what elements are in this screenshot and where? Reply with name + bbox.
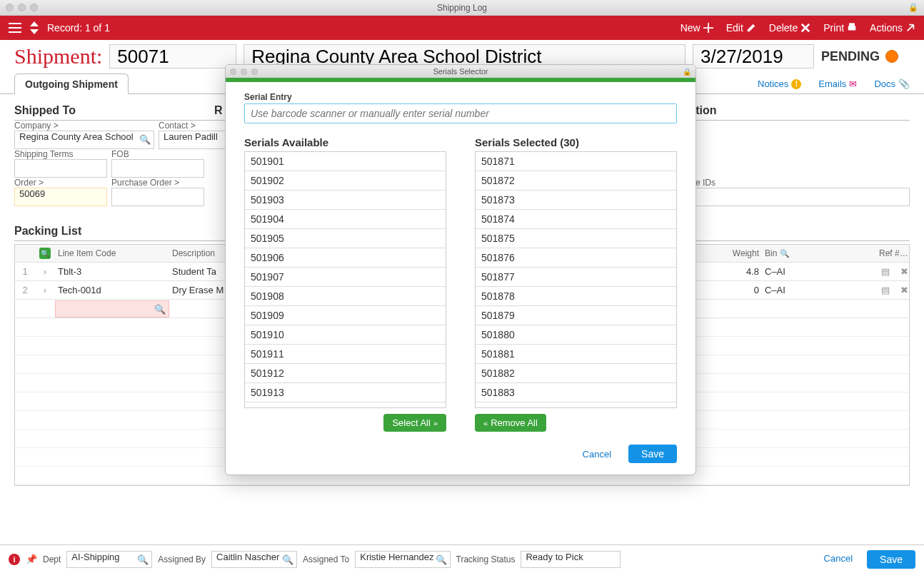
delete-row-icon[interactable]: ✖: [895, 266, 913, 277]
shipment-number-field[interactable]: [109, 44, 236, 69]
barcode-icon[interactable]: ▤: [876, 285, 895, 295]
serial-item[interactable]: 501883: [476, 383, 676, 402]
assigned-to-label: Assigned To: [303, 554, 349, 564]
search-icon[interactable]: 🔍: [282, 554, 293, 565]
assigned-by-field[interactable]: Caitlin Nascher🔍: [211, 551, 297, 568]
ids-field[interactable]: [695, 188, 910, 206]
search-icon[interactable]: 🔍: [139, 134, 151, 145]
serial-item[interactable]: 501876: [476, 248, 676, 268]
serial-item[interactable]: 501875: [476, 229, 676, 248]
footer-save-button[interactable]: Save: [867, 550, 915, 569]
order-field[interactable]: 50069: [14, 188, 107, 206]
search-icon[interactable]: 🔍: [137, 554, 149, 565]
serial-item[interactable]: 501902: [245, 171, 446, 191]
po-field[interactable]: [111, 188, 204, 206]
link-notices[interactable]: Notices!: [758, 78, 801, 89]
company-field[interactable]: Regina County Area School🔍: [14, 131, 154, 149]
record-nav-icon[interactable]: [30, 21, 39, 34]
serial-item[interactable]: 501905: [245, 229, 446, 248]
fob-field[interactable]: [111, 159, 204, 178]
shipped-to-heading: Shipped To: [14, 104, 214, 117]
footer-cancel-button[interactable]: Cancel: [817, 550, 860, 569]
weight-cell: 0: [726, 285, 762, 295]
serial-item[interactable]: 501904: [245, 210, 446, 229]
serial-item[interactable]: 501909: [245, 306, 446, 325]
print-button[interactable]: Print: [823, 22, 857, 34]
search-icon: 🔍: [154, 304, 166, 315]
serial-item[interactable]: 501906: [245, 248, 446, 268]
serial-item[interactable]: 501871: [476, 152, 676, 171]
tab-outgoing-shipment[interactable]: Outgoing Shipment: [14, 73, 129, 94]
footer-bar: i 📌 Dept AI-Shipping🔍 Assigned By Caitli…: [0, 544, 924, 573]
fob-label: FOB: [111, 149, 204, 159]
delete-row-icon[interactable]: ✖: [895, 285, 913, 295]
serial-item[interactable]: 501907: [245, 268, 446, 287]
svg-rect-0: [9, 23, 21, 24]
tracking-status-label: Tracking Status: [456, 554, 516, 564]
new-button[interactable]: New: [681, 22, 713, 34]
chevron-right-icon[interactable]: ›: [35, 266, 55, 277]
menu-icon[interactable]: [9, 23, 21, 33]
shipping-terms-label: Shipping Terms: [14, 149, 107, 159]
search-icon[interactable]: 🔍: [436, 554, 447, 565]
serial-item[interactable]: 501880: [476, 325, 676, 345]
serial-item[interactable]: 501872: [476, 171, 676, 191]
search-icon[interactable]: 🔍: [780, 249, 790, 258]
serial-item[interactable]: 501908: [245, 287, 446, 306]
shipment-date-field[interactable]: [693, 44, 814, 69]
serials-selected-list[interactable]: 5018715018725018735018745018755018765018…: [475, 151, 677, 408]
serial-item[interactable]: 501873: [476, 191, 676, 210]
chevron-right-icon[interactable]: ›: [35, 285, 55, 295]
bin-cell: C–AI: [762, 285, 876, 295]
link-docs[interactable]: Docs📎: [874, 78, 910, 89]
lock-icon: 🔒: [683, 68, 691, 76]
mail-icon: ✉: [849, 78, 857, 89]
info-icon[interactable]: i: [9, 554, 20, 565]
serial-item[interactable]: 501879: [476, 306, 676, 325]
dept-field[interactable]: AI-Shipping🔍: [66, 551, 152, 568]
modal-save-button[interactable]: Save: [628, 445, 677, 463]
serial-item[interactable]: 501877: [476, 268, 676, 287]
modal-title: Serials Selector: [226, 67, 695, 76]
tracking-status-field[interactable]: Ready to Pick: [521, 551, 621, 568]
status-text: PENDING: [821, 49, 880, 64]
serial-item[interactable]: 501911: [245, 345, 446, 364]
serial-item[interactable]: 501874: [476, 210, 676, 229]
serial-entry-input[interactable]: [244, 103, 677, 123]
search-icon[interactable]: 🔍: [39, 248, 51, 259]
shipment-label: Shipment:: [14, 44, 102, 69]
assigned-to-field[interactable]: Kristie Hernandez🔍: [355, 551, 450, 568]
serial-item[interactable]: 501903: [245, 191, 446, 210]
modal-cancel-button[interactable]: Cancel: [576, 446, 618, 462]
serial-item[interactable]: 501881: [476, 345, 676, 364]
weight-cell: 4.8: [726, 266, 762, 277]
select-all-button[interactable]: Select All»: [383, 414, 446, 432]
serial-item[interactable]: 501910: [245, 325, 446, 345]
item-code-search-cell[interactable]: 🔍: [55, 300, 169, 318]
barcode-icon[interactable]: ▤: [876, 266, 895, 277]
contact-field[interactable]: Lauren Padill: [159, 131, 230, 149]
serials-available-list[interactable]: 5019015019025019035019045019055019065019…: [244, 151, 446, 408]
serial-item[interactable]: 501878: [476, 287, 676, 306]
serial-item[interactable]: 501882: [476, 364, 676, 383]
paperclip-icon: 📎: [898, 78, 910, 89]
toolbar: Record: 1 of 1 New Edit Delete Print Act…: [0, 16, 924, 40]
pin-icon[interactable]: 📌: [26, 554, 37, 564]
svg-rect-1: [9, 27, 21, 29]
serial-item[interactable]: 501914: [245, 402, 446, 408]
remove-all-button[interactable]: «Remove All: [475, 414, 546, 432]
svg-rect-6: [850, 24, 855, 26]
serial-item[interactable]: 501901: [245, 152, 446, 171]
delete-button[interactable]: Delete: [769, 22, 810, 34]
link-emails[interactable]: Emails✉: [818, 78, 857, 89]
serial-item[interactable]: 501912: [245, 364, 446, 383]
edit-button[interactable]: Edit: [726, 22, 756, 34]
po-label: Purchase Order >: [111, 178, 204, 188]
main-window-titlebar: Shipping Log 🔒: [0, 0, 924, 16]
serial-item[interactable]: 501913: [245, 383, 446, 402]
alert-icon: !: [791, 79, 801, 89]
company-label: Company >: [14, 121, 154, 131]
actions-button[interactable]: Actions: [870, 22, 915, 34]
shipping-terms-field[interactable]: [14, 159, 107, 178]
contact-label: Contact >: [159, 121, 230, 131]
